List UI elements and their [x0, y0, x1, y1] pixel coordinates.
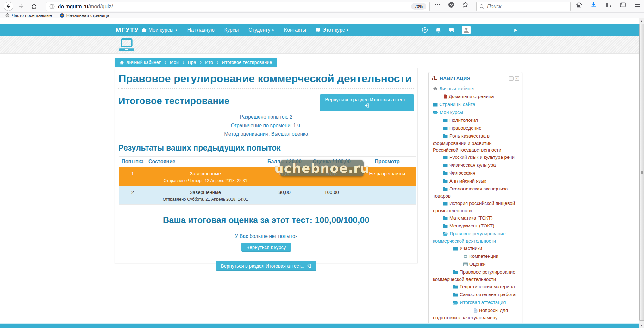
- file-red-icon: [438, 94, 447, 100]
- sidebar-item[interactable]: Правоведение: [432, 124, 519, 132]
- url-text: do.mgutm.ru/mod/quiz/: [58, 3, 113, 10]
- site-info-icon[interactable]: [49, 4, 55, 9]
- page-actions-icon[interactable]: [435, 2, 441, 8]
- sidebar-item[interactable]: Оценки: [432, 260, 519, 268]
- breadcrumb-item-5[interactable]: Итоговое тестирование: [222, 60, 272, 65]
- attempt-number: 1: [119, 167, 147, 186]
- folder-icon: [438, 215, 448, 222]
- attempt-number: 2: [119, 186, 147, 205]
- bookmark-frequently-visited[interactable]: Часто посещаемые: [5, 13, 52, 18]
- attempt-points: 30,00: [264, 186, 305, 205]
- home-icon[interactable]: [576, 2, 582, 8]
- sidebar-item[interactable]: Итоговая аттестация: [432, 299, 519, 306]
- forward-arrow-icon: [19, 4, 24, 9]
- folder-open-icon: [433, 109, 438, 116]
- back-to-section-button-top[interactable]: Вернуться в раздел Итоговая аттест...: [320, 94, 414, 111]
- library-icon[interactable]: [605, 2, 611, 8]
- sidebar-item[interactable]: Участники: [432, 244, 519, 252]
- person-icon: [463, 27, 470, 33]
- page-scrollbar[interactable]: ▲ ▼: [639, 18, 644, 328]
- back-button[interactable]: [4, 2, 13, 11]
- sidebar-item[interactable]: Самостоятельная работа: [432, 291, 519, 299]
- sidebar-item-label: Английский язык: [449, 178, 486, 183]
- nav-item-4[interactable]: Студенту▸: [248, 27, 274, 33]
- attempt-row-2: 2 ЗавершенныеОтправлено Суббота, 21 Апре…: [119, 186, 416, 205]
- scroll-down-arrow[interactable]: ▼: [639, 323, 644, 328]
- bookmark-star-icon[interactable]: [462, 2, 468, 8]
- back-arrow-icon: [6, 4, 11, 9]
- notifications-bell-icon[interactable]: [435, 27, 441, 33]
- sidebar-item[interactable]: Правовое регулирование коммерческой деят…: [432, 230, 519, 244]
- sidebar-item[interactable]: Политология: [432, 116, 519, 124]
- bookmark-home-page[interactable]: Начальная страница: [59, 13, 109, 18]
- nav-item-label: Студенту: [248, 27, 270, 33]
- download-icon[interactable]: [591, 2, 597, 8]
- back-to-course-button[interactable]: Вернуться к курсу: [241, 243, 291, 252]
- search-bar[interactable]: [476, 2, 571, 11]
- reload-button[interactable]: [29, 2, 39, 11]
- user-avatar[interactable]: [462, 26, 471, 34]
- gear-icon: [5, 13, 10, 18]
- pocket-icon[interactable]: [448, 2, 454, 8]
- sidebar-item[interactable]: Роль казачества в формировании и развити…: [432, 132, 519, 153]
- browser-window: do.mgutm.ru/mod/quiz/ 70%: [0, 0, 644, 328]
- breadcrumb-separator-icon: ›: [182, 58, 184, 67]
- sidebar-item[interactable]: Личный кабинет: [432, 85, 519, 93]
- breadcrumb-item-4[interactable]: Ито: [205, 60, 213, 65]
- messages-icon[interactable]: [448, 27, 455, 33]
- navbar-expand-arrow[interactable]: ▶: [514, 24, 517, 36]
- access-icon[interactable]: [422, 27, 428, 33]
- folder-icon: [438, 154, 448, 161]
- watermark: uchebnoe.ru: [280, 160, 364, 176]
- breadcrumb-item-2[interactable]: Мои: [170, 60, 178, 65]
- zoom-level-badge[interactable]: 70%: [411, 3, 426, 10]
- sidebar-item[interactable]: Английский язык: [432, 177, 519, 185]
- menu-icon[interactable]: [634, 2, 641, 8]
- sidebar-item[interactable]: Математика (ТОКТ): [432, 214, 519, 222]
- sidebar-item[interactable]: Теоретический материал: [432, 283, 519, 291]
- sidebar-item[interactable]: Мои курсы: [432, 108, 519, 116]
- sidebar-item[interactable]: Физическая культура: [432, 161, 519, 169]
- sidebar-item[interactable]: Компетенции: [432, 252, 519, 260]
- sidebar-toggle-icon[interactable]: [620, 2, 626, 8]
- page-blue-icon: [453, 307, 478, 314]
- search-input[interactable]: [487, 4, 557, 9]
- url-bar[interactable]: do.mgutm.ru/mod/quiz/ 70%: [46, 2, 430, 11]
- nav-item-label: Мои курсы: [148, 27, 173, 33]
- site-logo[interactable]: МГУТУ: [116, 24, 139, 36]
- breadcrumb: Личный кабинет›Мои›Пра›Ито›Итоговое тест…: [115, 58, 277, 67]
- breadcrumb-item-3[interactable]: Пра: [188, 60, 196, 65]
- enter-arrow-icon: [365, 103, 369, 108]
- table-header-row: Попытка Состояние Баллы / 30,00 Оценка /…: [119, 157, 416, 167]
- nav-item-2[interactable]: На главную: [187, 27, 215, 33]
- sidebar-item[interactable]: Философия: [432, 169, 519, 177]
- sidebar-item[interactable]: Экологическая экспертиза товаров: [432, 185, 519, 200]
- site-navbar: МГУТУ Мои курсы▸На главнуюКурсыСтуденту▸…: [0, 24, 639, 36]
- nav-item-6[interactable]: Этот курс▸: [316, 27, 349, 33]
- nav-item-1[interactable]: Мои курсы▸: [142, 27, 178, 33]
- sidebar-item[interactable]: Домашняя страница: [432, 93, 519, 101]
- sidebar-item[interactable]: Русский язык и культура речи: [432, 153, 519, 161]
- sidebar-item[interactable]: История российской пищевой промышленност…: [432, 200, 519, 214]
- collapse-block-icon[interactable]: −: [509, 76, 514, 81]
- breadcrumb-item-1[interactable]: Личный кабинет: [120, 60, 161, 65]
- folder-icon: [443, 284, 458, 290]
- sidebar-item[interactable]: Страницы сайта: [432, 101, 519, 108]
- quiz-title: Итоговое тестирование: [118, 96, 229, 106]
- grid-icon: [448, 261, 468, 268]
- course-title: Правовое регулирование коммерческой деят…: [118, 73, 414, 84]
- back-to-section-button-bottom[interactable]: Вернуться в раздел Итоговая аттест...: [216, 261, 317, 271]
- dock-block-icon[interactable]: ‹: [515, 76, 519, 81]
- sidebar-item-label: Политология: [449, 117, 478, 123]
- scrollbar-thumb[interactable]: [639, 24, 644, 321]
- sidebar-item[interactable]: Правовое регулирование коммерческой деят…: [432, 268, 519, 283]
- forward-button[interactable]: [16, 2, 26, 11]
- scroll-up-arrow[interactable]: ▲: [639, 18, 644, 24]
- nav-item-3[interactable]: Курсы: [224, 27, 239, 33]
- sidebar-item[interactable]: Менеджмент (ТОКТ): [432, 222, 519, 230]
- breadcrumb-separator-icon: ›: [216, 58, 218, 67]
- sidebar-item[interactable]: Вопросы для подготовки к зачету/экзамену: [432, 306, 519, 321]
- nav-item-5[interactable]: Контакты: [284, 27, 306, 33]
- badge-icon: [448, 253, 468, 260]
- laptop-icon[interactable]: [117, 38, 136, 53]
